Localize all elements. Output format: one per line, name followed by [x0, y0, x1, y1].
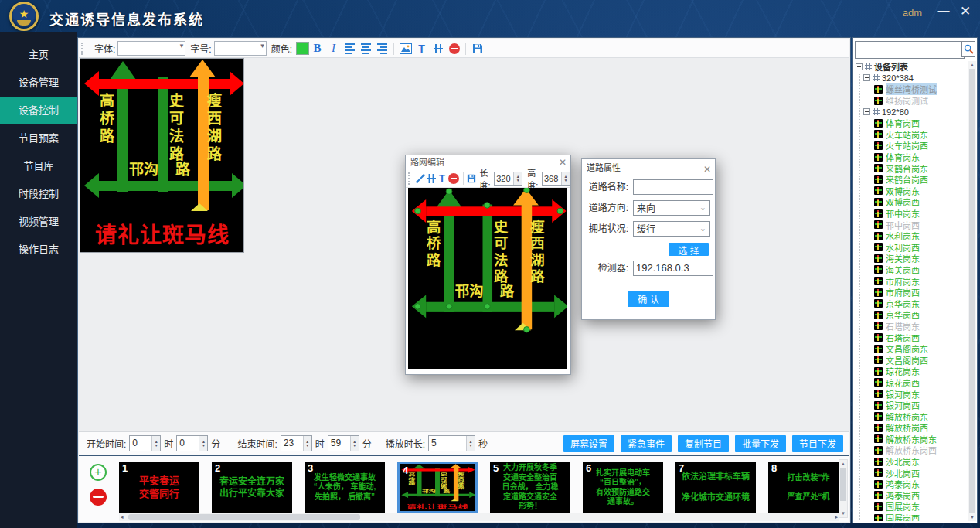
spinner-arrows[interactable]: ▲▼: [561, 172, 570, 185]
action-button-3[interactable]: 批量下发: [735, 435, 786, 452]
program-thumbnail-7[interactable]: 7依法治理非标车辆 净化城市交通环境: [675, 462, 756, 513]
collapse-icon[interactable]: [863, 74, 870, 81]
edit-handle[interactable]: [446, 188, 453, 194]
spinner-arrows[interactable]: ▲▼: [513, 172, 522, 185]
program-thumbnail-6[interactable]: 6扎实开展电动车“百日整治”，有效预防道路交通事故。: [583, 462, 663, 513]
device-item[interactable]: 解放桥东岗西: [874, 445, 968, 456]
action-button-4[interactable]: 节目下发: [792, 435, 843, 452]
device-item[interactable]: 市府岗西: [874, 287, 968, 298]
program-thumbnail-3[interactable]: 3发生轻微交通事故“人未伤， 车能动,先拍照， 后撤离”: [305, 462, 385, 513]
crossing-tool-icon[interactable]: [427, 172, 436, 185]
device-item[interactable]: 解放桥东岗东: [874, 434, 968, 445]
length-spinner[interactable]: 320 ▲▼: [494, 172, 522, 186]
congestion-select[interactable]: 缓行: [633, 221, 710, 237]
font-size-select[interactable]: [214, 41, 267, 56]
action-button-2[interactable]: 复制节目: [678, 435, 729, 452]
text-tool-icon[interactable]: T: [414, 41, 429, 56]
led-preview-canvas[interactable]: 高桥路史可法路瘦西湖路邗沟路请礼让斑马线: [80, 58, 244, 253]
device-item[interactable]: 邗中岗西: [874, 219, 968, 230]
bold-icon[interactable]: B: [310, 41, 325, 56]
device-item[interactable]: 京华岗东: [874, 298, 968, 309]
device-item[interactable]: 火车站岗东: [874, 129, 968, 141]
duration-spinner[interactable]: 5▲▼: [428, 435, 475, 451]
align-left-icon[interactable]: [342, 41, 357, 56]
end-minute-spinner[interactable]: 59▲▼: [328, 435, 359, 451]
roadnet-edit-canvas[interactable]: 高桥路史可法路瘦西湖路邗沟路: [408, 188, 567, 369]
italic-icon[interactable]: I: [326, 41, 341, 56]
add-program-button[interactable]: +: [90, 464, 107, 481]
collapse-icon[interactable]: [856, 63, 863, 70]
roadnet-save-icon[interactable]: [467, 172, 476, 185]
minimize-button[interactable]: —: [935, 3, 952, 16]
sidebar-item-5[interactable]: 时段控制: [0, 180, 77, 208]
edit-handle[interactable]: [523, 326, 530, 332]
delete-icon[interactable]: [447, 41, 461, 56]
align-center-icon[interactable]: [359, 41, 373, 56]
sidebar-item-2[interactable]: 设备控制: [0, 97, 77, 124]
device-item[interactable]: 石塔岗西: [874, 332, 968, 343]
image-icon[interactable]: [398, 41, 413, 56]
device-search-input[interactable]: [855, 41, 965, 59]
toolbar-drag-handle[interactable]: [81, 43, 87, 55]
device-item[interactable]: 文昌阁岗西: [874, 354, 968, 366]
road-name-input[interactable]: [633, 179, 713, 195]
device-item[interactable]: 体育岗东: [874, 152, 968, 163]
program-thumbnail-8[interactable]: 8打击改装“炸 严查严处“机: [768, 462, 839, 513]
road-direction-select[interactable]: 来向: [633, 200, 710, 216]
roadnet-dialog-close-icon[interactable]: ✕: [559, 155, 567, 169]
roadnet-toolbar-drag-handle[interactable]: [408, 172, 412, 185]
thumbnails-vertical-scrollbar[interactable]: ▴▾: [839, 459, 848, 518]
device-item[interactable]: 京华岗西: [874, 309, 968, 321]
device-item[interactable]: 解放桥岗西: [874, 422, 968, 434]
start-hour-spinner[interactable]: 0▲▼: [129, 435, 161, 451]
device-item[interactable]: 水利岗东: [874, 230, 968, 242]
device-item[interactable]: 国展岗东: [874, 501, 968, 513]
device-item[interactable]: 鸿泰岗西: [874, 490, 968, 502]
detector-input[interactable]: 192.168.0.3: [633, 261, 713, 276]
device-item[interactable]: 琼花岗东: [874, 366, 968, 377]
device-item[interactable]: 沙北岗西: [874, 467, 968, 479]
remove-program-button[interactable]: [90, 489, 107, 506]
sidebar-item-6[interactable]: 视频管理: [0, 208, 77, 236]
edit-handle[interactable]: [557, 208, 564, 214]
device-tree-root[interactable]: 设备列表: [856, 61, 968, 73]
device-item[interactable]: 海关岗东: [874, 253, 968, 264]
device-item[interactable]: 来鹤台岗西: [874, 174, 968, 186]
roadnet-text-tool-icon[interactable]: T: [437, 172, 446, 185]
end-hour-spinner[interactable]: 23▲▼: [281, 435, 312, 451]
program-thumbnail-2[interactable]: 2春运安全连万家出行平安靠大家: [212, 462, 292, 513]
device-item[interactable]: 文昌阁岗东: [874, 343, 968, 355]
edit-handle[interactable]: [484, 202, 491, 208]
device-item[interactable]: 沙北岗东: [874, 456, 968, 468]
edit-handle[interactable]: [414, 208, 421, 214]
device-item[interactable]: 解放桥岗东: [874, 410, 968, 422]
device-item[interactable]: 水利岗西: [874, 242, 968, 254]
draw-line-icon[interactable]: [416, 172, 425, 185]
device-item[interactable]: 螺丝湾桥测试: [874, 83, 968, 95]
color-swatch[interactable]: [296, 42, 309, 55]
device-group-320*384[interactable]: 320*384: [863, 73, 968, 84]
confirm-button[interactable]: 确 认: [628, 291, 669, 307]
thumbnails-horizontal-scrollbar[interactable]: ◂▸: [119, 513, 839, 521]
select-detector-button[interactable]: 选 择: [669, 243, 709, 256]
program-thumbnail-4[interactable]: 4高桥路史可法路瘦西湖路邗沟路请礼让斑马线: [397, 462, 478, 513]
device-item[interactable]: 市府岗东: [874, 275, 968, 287]
device-panel-scrollbar[interactable]: ▴▾: [968, 61, 976, 521]
collapse-icon[interactable]: [863, 108, 870, 115]
start-minute-spinner[interactable]: 0▲▼: [176, 435, 208, 451]
device-item[interactable]: 石塔岗东: [874, 321, 968, 332]
device-item[interactable]: 邗中岗东: [874, 208, 968, 220]
device-item[interactable]: 双博岗西: [874, 196, 968, 208]
edit-handle[interactable]: [484, 303, 491, 309]
device-item[interactable]: 琼花岗西: [874, 377, 968, 389]
sidebar-item-1[interactable]: 设备管理: [0, 69, 77, 97]
device-item[interactable]: 银河岗东: [874, 388, 968, 400]
device-item[interactable]: 国展岗西: [874, 513, 968, 521]
props-dialog-close-icon[interactable]: ✕: [703, 161, 711, 178]
close-button[interactable]: ✕: [957, 3, 974, 19]
device-item[interactable]: 海关岗西: [874, 264, 968, 276]
font-select[interactable]: [117, 41, 185, 56]
program-thumbnail-5[interactable]: 5大力开展秋冬季交通安全整治百日会战， 全力稳定道路交通安全形势！: [490, 462, 570, 513]
action-button-1[interactable]: 紧急事件: [621, 435, 672, 452]
align-right-icon[interactable]: [375, 41, 390, 56]
